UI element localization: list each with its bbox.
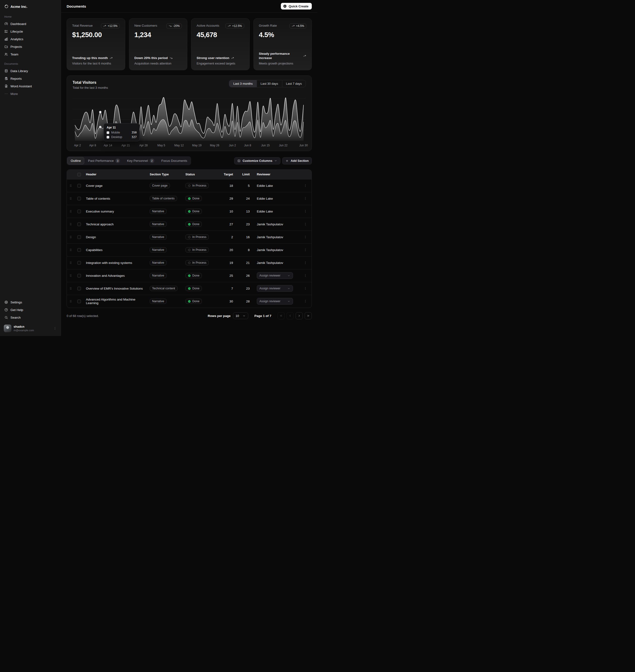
target-cell[interactable]: 2 (219, 230, 238, 243)
table-row: Technical approach Narrative Done 27 23 (67, 218, 311, 230)
row-checkbox[interactable] (78, 223, 81, 226)
row-menu-button[interactable] (302, 272, 309, 279)
drag-handle-icon[interactable] (69, 222, 72, 226)
sidebar-item[interactable]: Lifecycle (2, 28, 59, 35)
row-header-cell[interactable]: Design (84, 230, 148, 243)
row-checkbox[interactable] (78, 287, 81, 290)
brand[interactable]: Acme Inc. (2, 2, 59, 11)
row-checkbox[interactable] (78, 274, 81, 277)
drag-handle-icon[interactable] (69, 248, 72, 252)
limit-cell[interactable]: 8 (238, 243, 255, 256)
first-page-button[interactable] (278, 312, 285, 319)
customize-columns-button[interactable]: Customize Columns (234, 157, 280, 164)
target-cell[interactable]: 19 (219, 256, 238, 269)
limit-cell[interactable]: 23 (238, 282, 255, 295)
row-header-cell[interactable]: Overview of EMR's Innovative Solutions (84, 282, 148, 295)
sidebar-item[interactable]: Data Library (2, 67, 59, 75)
row-header-cell[interactable]: Innovation and Advantages (84, 269, 148, 282)
row-checkbox[interactable] (78, 184, 81, 187)
drag-handle-icon[interactable] (69, 184, 72, 187)
sidebar-item[interactable]: More (2, 90, 59, 97)
sidebar-item[interactable]: Team (2, 50, 59, 58)
row-menu-button[interactable] (302, 182, 309, 189)
row-header-cell[interactable]: Cover page (84, 179, 148, 192)
next-page-button[interactable] (295, 312, 303, 319)
row-checkbox[interactable] (78, 197, 81, 200)
target-cell[interactable]: 30 (219, 295, 238, 308)
row-header-cell[interactable]: Integration with existing systems (84, 256, 148, 269)
row-checkbox[interactable] (78, 248, 81, 252)
row-checkbox[interactable] (78, 236, 81, 239)
limit-cell[interactable]: 5 (238, 179, 255, 192)
row-checkbox[interactable] (78, 210, 81, 213)
row-menu-button[interactable] (302, 221, 309, 227)
row-menu-button[interactable] (302, 285, 309, 292)
row-menu-button[interactable] (302, 208, 309, 215)
sidebar-item[interactable]: Dashboard (2, 20, 59, 28)
select-all-checkbox[interactable] (78, 173, 81, 176)
row-header-cell[interactable]: Executive summary (84, 205, 148, 218)
assign-reviewer-select[interactable]: Assign reviewer (257, 272, 293, 279)
status-text: In Process (192, 261, 206, 264)
row-header-cell[interactable]: Advanced Algorithms and Machine Learning (84, 295, 148, 308)
sidebar-item-icon (4, 84, 8, 88)
sidebar-footer-item[interactable]: Settings (2, 298, 59, 306)
row-menu-button[interactable] (302, 234, 309, 240)
add-section-button[interactable]: Add Section (282, 157, 312, 164)
drag-handle-icon[interactable] (69, 235, 72, 239)
limit-cell[interactable]: 13 (238, 205, 255, 218)
tab[interactable]: Key Personnel 2 (124, 157, 157, 164)
row-checkbox[interactable] (78, 261, 81, 265)
sidebar-item-icon (4, 76, 8, 81)
drag-handle-icon[interactable] (69, 274, 72, 277)
row-header-cell[interactable]: Capabilities (84, 243, 148, 256)
row-header-cell[interactable]: Table of contents (84, 192, 148, 205)
limit-cell[interactable]: 21 (238, 256, 255, 269)
tab[interactable]: Focus Documents (158, 157, 191, 164)
row-header-cell[interactable]: Technical approach (84, 218, 148, 230)
target-cell[interactable]: 25 (219, 269, 238, 282)
assign-reviewer-select[interactable]: Assign reviewer (257, 285, 293, 292)
target-cell[interactable]: 10 (219, 205, 238, 218)
target-cell[interactable]: 27 (219, 218, 238, 230)
sidebar-item[interactable]: Analytics (2, 35, 59, 43)
drag-handle-icon[interactable] (69, 261, 72, 265)
row-menu-button[interactable] (302, 247, 309, 253)
previous-page-button[interactable] (287, 312, 294, 319)
tab[interactable]: Past Performance 3 (85, 157, 123, 164)
row-menu-button[interactable] (302, 298, 309, 305)
limit-cell[interactable]: 23 (238, 218, 255, 230)
row-checkbox[interactable] (78, 299, 81, 303)
target-cell[interactable]: 18 (219, 179, 238, 192)
range-option[interactable]: Last 3 months (229, 80, 257, 87)
limit-cell[interactable]: 28 (238, 295, 255, 308)
limit-cell[interactable]: 24 (238, 192, 255, 205)
quick-create-button[interactable]: Quick Create (281, 3, 312, 9)
sidebar-item[interactable]: Projects (2, 43, 59, 50)
rows-per-page-select[interactable]: 10 (233, 312, 248, 319)
chart-tooltip: Apr 11 Mobile 350 Desktop 327 (104, 123, 140, 141)
drag-handle-icon[interactable] (69, 197, 72, 200)
sidebar-item[interactable]: Reports (2, 75, 59, 82)
range-option[interactable]: Last 30 days (257, 80, 282, 87)
stat-card: Growth Rate +4.5% 4.5% Steady performanc… (254, 18, 312, 70)
sidebar-item[interactable]: Word Assistant (2, 82, 59, 90)
sidebar-footer-item[interactable]: Get Help (2, 306, 59, 314)
limit-cell[interactable]: 26 (238, 269, 255, 282)
sidebar-footer-item[interactable]: Search (2, 314, 59, 321)
target-cell[interactable]: 29 (219, 192, 238, 205)
limit-cell[interactable]: 16 (238, 230, 255, 243)
drag-handle-icon[interactable] (69, 209, 72, 213)
assign-reviewer-select[interactable]: Assign reviewer (257, 298, 293, 305)
status-text: Done (192, 210, 199, 213)
user-menu[interactable]: shadcn m@example.com (2, 323, 59, 334)
last-page-button[interactable] (305, 312, 312, 319)
drag-handle-icon[interactable] (69, 299, 72, 303)
range-option[interactable]: Last 7 days (282, 80, 306, 87)
target-cell[interactable]: 7 (219, 282, 238, 295)
row-menu-button[interactable] (302, 195, 309, 202)
drag-handle-icon[interactable] (69, 287, 72, 290)
row-menu-button[interactable] (302, 260, 309, 266)
target-cell[interactable]: 20 (219, 243, 238, 256)
tab[interactable]: Outline (67, 157, 84, 164)
